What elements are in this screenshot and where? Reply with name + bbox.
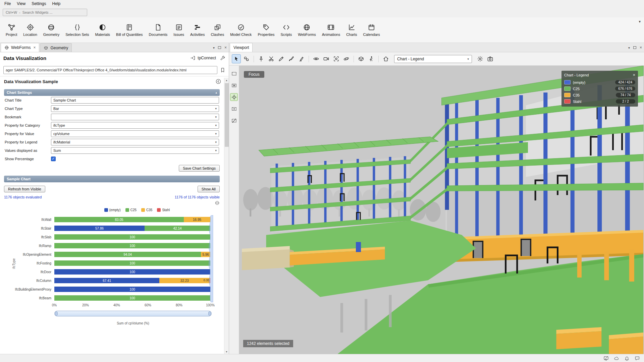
legend-item-stahl[interactable]: Stahl: [157, 208, 170, 212]
paint-tool-button[interactable]: [287, 54, 296, 63]
gear-button[interactable]: [476, 54, 485, 63]
toolbar-project[interactable]: Project: [3, 22, 20, 38]
toolbar-location[interactable]: Location: [20, 22, 40, 38]
viewport-overlay-select[interactable]: Chart - Legend▾: [394, 55, 472, 63]
bar-track[interactable]: 83.0516.95: [54, 217, 210, 222]
scrollbar-thumb[interactable]: [225, 83, 229, 147]
chart-range-slider[interactable]: [54, 311, 212, 316]
chart-row-ifcfooting[interactable]: IfcFooting100: [4, 259, 220, 267]
tab-geometry[interactable]: Geometry: [40, 43, 72, 52]
panel-scrollbar[interactable]: ▲ ▼: [224, 78, 229, 354]
tab-close-icon[interactable]: ×: [33, 45, 36, 50]
orbit-tool-button[interactable]: [342, 54, 351, 63]
bookmark-select[interactable]: ▾: [51, 114, 219, 120]
values-displayed-as-select[interactable]: Sum▾: [51, 147, 219, 154]
bar-segment-empty[interactable]: 100: [54, 269, 210, 275]
camera-button[interactable]: [486, 54, 495, 63]
bar-segment-c25[interactable]: 100: [54, 295, 210, 301]
chart-row-ifcstair[interactable]: IfcStair57.8642.14: [4, 224, 220, 233]
save-chart-settings-button[interactable]: Save Chart Settings: [179, 165, 220, 172]
legend-row-empty[interactable]: (empty)424 / 424: [561, 79, 638, 85]
slider-handle-left[interactable]: [55, 311, 58, 316]
bar-segment-c25[interactable]: 42.14: [145, 226, 210, 231]
chat-icon[interactable]: [635, 356, 640, 361]
toolbar-animations[interactable]: Animations: [319, 22, 343, 38]
toolbar-webforms[interactable]: WebForms: [295, 22, 319, 38]
tab-webforms[interactable]: WebForms ×: [1, 43, 39, 52]
video-tool-button[interactable]: [322, 54, 331, 63]
tab-viewport[interactable]: Viewport: [230, 43, 253, 52]
menu-view[interactable]: View: [14, 1, 29, 7]
chart-plot[interactable]: IfcWall83.0516.95IfcStair57.8642.14IfcSl…: [4, 215, 220, 302]
toolbar-clashes[interactable]: Clashes: [208, 22, 227, 38]
toolbar-collapse-icon[interactable]: ▾: [639, 19, 641, 24]
toolbar-bill-of-quantities[interactable]: Bill of Quantities: [113, 22, 146, 38]
tab-list-icon[interactable]: ▾: [628, 46, 630, 50]
bar-track[interactable]: 100: [54, 260, 210, 266]
chart-row-ifcslab[interactable]: IfcSlab100: [4, 233, 220, 241]
bar-track[interactable]: 57.8642.14: [54, 226, 210, 231]
pen-tool-button[interactable]: [277, 54, 286, 63]
bar-segment-c25[interactable]: 100: [54, 260, 210, 266]
slider-handle-right[interactable]: [208, 311, 211, 316]
menu-help[interactable]: Help: [49, 1, 64, 7]
show-all-button[interactable]: Show All: [198, 186, 220, 192]
menu-settings[interactable]: Settings: [29, 1, 49, 7]
show-percentage-checkbox[interactable]: ✓: [51, 157, 56, 161]
chart-row-ifcwall[interactable]: IfcWall83.0516.95: [4, 215, 220, 224]
eye-tool-button[interactable]: [312, 54, 321, 63]
toolbar-scripts[interactable]: Scripts: [278, 22, 295, 38]
pointer-tool-button[interactable]: [232, 54, 241, 63]
chart-row-ifcbeam[interactable]: IfcBeam100: [4, 294, 220, 302]
tab-list-icon[interactable]: ▾: [213, 46, 215, 50]
menu-file[interactable]: File: [1, 1, 14, 7]
walk-tool-button[interactable]: [367, 54, 376, 63]
chart-legend-panel[interactable]: Chart - Legend × (empty)424 / 424C25676 …: [561, 71, 638, 107]
bar-segment-c25[interactable]: 100: [54, 234, 210, 240]
home-tool-button[interactable]: [381, 54, 390, 63]
legend-item-empty[interactable]: (empty): [104, 208, 121, 212]
chart-row-ifccolumn[interactable]: IfcColumn67.4132.230.35: [4, 276, 220, 285]
toolbar-materials[interactable]: Materials: [92, 22, 113, 38]
back-icon[interactable]: [215, 78, 221, 84]
toolbar-issues[interactable]: Issues: [170, 22, 187, 38]
bell-icon[interactable]: [624, 356, 630, 361]
bar-track[interactable]: 67.4132.230.35: [54, 278, 210, 283]
toolbar-model-check[interactable]: Model Check: [227, 22, 255, 38]
sphere-icon[interactable]: [215, 200, 220, 205]
objects-evaluated-link[interactable]: 1176 objects evaluated: [4, 195, 42, 199]
show-selection-button[interactable]: [230, 105, 238, 113]
chart-row-ifcbuildingelementproxy[interactable]: IfcBuildingElementProxy100: [4, 285, 220, 294]
bar-segment-empty[interactable]: 67.41: [54, 278, 159, 283]
bar-track[interactable]: 100: [54, 269, 210, 275]
toolbar-properties[interactable]: Properties: [255, 22, 277, 38]
legend-row-c25[interactable]: C25676 / 676: [561, 85, 638, 92]
sample-chart-header[interactable]: Sample Chart: [4, 176, 220, 182]
widget-search-input[interactable]: [3, 9, 87, 16]
chart-title-input[interactable]: [51, 97, 219, 104]
hide-selection-button[interactable]: [230, 117, 238, 124]
property-for-category-select[interactable]: ifcType▾: [51, 122, 219, 129]
undock-icon[interactable]: [633, 46, 636, 49]
viewport-canvas[interactable]: Focus 1242 elements selected Chart - Leg…: [239, 66, 644, 354]
toolbar-geometry[interactable]: Geometry: [40, 22, 62, 38]
legend-row-stahl[interactable]: Stahl2 / 2: [561, 98, 638, 105]
toolbar-selection-sets[interactable]: Selection Sets: [62, 22, 92, 38]
focus-tool-button[interactable]: [332, 54, 341, 63]
bar-segment-c25[interactable]: 83.05: [54, 217, 184, 222]
undock-icon[interactable]: [218, 46, 221, 49]
focus-selection-button[interactable]: [230, 93, 238, 101]
scroll-down-icon[interactable]: ▼: [224, 349, 229, 354]
section-tool-button[interactable]: [357, 54, 366, 63]
chart-row-ifcopeningelement[interactable]: IfcOpeningElement94.045.96: [4, 250, 220, 259]
marquee-select-button[interactable]: [230, 70, 238, 77]
scissors-tool-button[interactable]: [267, 54, 276, 63]
chart-settings-header[interactable]: Chart Settings ▴: [4, 89, 220, 96]
focus-button[interactable]: Focus: [244, 71, 264, 78]
bar-track[interactable]: 100: [54, 287, 210, 292]
bookmark-icon[interactable]: [220, 67, 225, 73]
webform-url-input[interactable]: [3, 66, 217, 74]
chart-type-select[interactable]: Bar▾: [51, 105, 219, 112]
legend-row-c35[interactable]: C3574 / 74: [561, 92, 638, 98]
bar-segment-c25[interactable]: 100: [54, 243, 210, 248]
